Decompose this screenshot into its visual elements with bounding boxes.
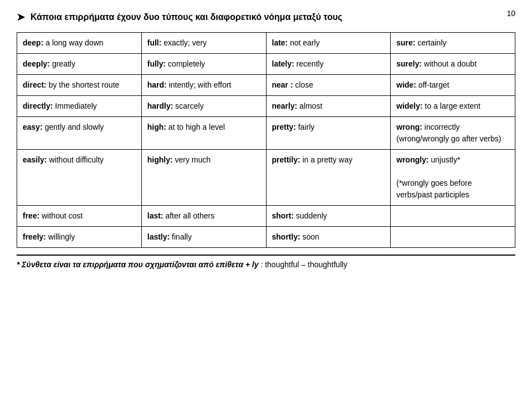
table-cell: hardly: scarcely bbox=[141, 96, 266, 117]
page-number: 10 bbox=[507, 9, 515, 18]
table-row: easy: gently and slowlyhigh: at to high … bbox=[17, 117, 515, 150]
table-cell: pretty: fairly bbox=[266, 117, 391, 150]
footer-note: * Σύνθετα είναι τα επιρρήματα που σχηματ… bbox=[17, 255, 515, 269]
cell-word: highly: bbox=[147, 155, 175, 164]
table-cell: deep: a long way down bbox=[17, 33, 142, 54]
cell-word: deeply: bbox=[23, 59, 52, 68]
cell-word: surely: bbox=[396, 59, 424, 68]
cell-word: directly: bbox=[23, 101, 55, 110]
table-cell: easy: gently and slowly bbox=[17, 117, 142, 150]
cell-word: wide: bbox=[396, 80, 418, 89]
cell-word: wrongly: bbox=[396, 155, 431, 164]
cell-word: direct: bbox=[23, 80, 49, 89]
table-cell: near : close bbox=[266, 75, 391, 96]
table-cell: shortly: soon bbox=[266, 227, 391, 248]
cell-definition: suddenly bbox=[296, 211, 327, 220]
table-cell: late: not early bbox=[266, 33, 391, 54]
cell-definition: recently bbox=[296, 59, 324, 68]
cell-definition: soon bbox=[303, 232, 319, 241]
cell-definition: after all others bbox=[165, 211, 214, 220]
cell-word: last: bbox=[147, 211, 166, 220]
table-cell: direct: by the shortest route bbox=[17, 75, 142, 96]
table-row: direct: by the shortest routehard: inten… bbox=[17, 75, 515, 96]
table-cell: easily: without difficulty bbox=[17, 150, 142, 206]
table-cell: lastly: finally bbox=[141, 227, 266, 248]
table-cell: surely: without a doubt bbox=[391, 54, 515, 75]
cell-definition: without difficulty bbox=[49, 155, 104, 164]
cell-definition: exactly; very bbox=[163, 38, 207, 47]
cell-definition: not early bbox=[290, 38, 320, 47]
cell-definition: without a doubt bbox=[424, 59, 477, 68]
cell-definition: greatly bbox=[52, 59, 75, 68]
cell-word: high: bbox=[147, 123, 168, 131]
cell-definition: off-target bbox=[418, 80, 449, 89]
cell-definition: gently and slowly bbox=[45, 123, 104, 131]
table-row: deeply: greatlyfully: completelylately: … bbox=[17, 54, 515, 75]
table-cell: hard: intently; with effort bbox=[141, 75, 266, 96]
table-cell: fully: completely bbox=[141, 54, 266, 75]
cell-word: near : bbox=[272, 80, 295, 89]
table-row: freely: willinglylastly: finallyshortly:… bbox=[17, 227, 515, 248]
title-text: Κάποια επιρρήματα έχουν δυο τύπους και δ… bbox=[30, 12, 342, 22]
table-cell: short: suddenly bbox=[266, 206, 391, 227]
cell-definition: a long way down bbox=[45, 38, 103, 47]
table-cell: sure: certainly bbox=[391, 33, 515, 54]
table-cell: full: exactly; very bbox=[141, 33, 266, 54]
cell-definition: fairly bbox=[298, 123, 315, 131]
table-cell: highly: very much bbox=[141, 150, 266, 206]
cell-word: nearly: bbox=[272, 101, 300, 110]
table-cell bbox=[391, 227, 515, 248]
table-row: easily: without difficultyhighly: very m… bbox=[17, 150, 515, 206]
cell-definition: certainly bbox=[417, 38, 446, 47]
cell-word: widely: bbox=[396, 101, 424, 110]
cell-word: easy: bbox=[23, 123, 45, 131]
cell-word: full: bbox=[147, 38, 164, 47]
table-cell: last: after all others bbox=[141, 206, 266, 227]
cell-definition: at to high a level bbox=[168, 123, 225, 131]
table-cell: high: at to high a level bbox=[141, 117, 266, 150]
table-cell: prettily: in a pretty way bbox=[266, 150, 391, 206]
table-row: directly: Immediatelyhardly: scarcelynea… bbox=[17, 96, 515, 117]
cell-definition: close bbox=[295, 80, 314, 89]
cell-word: lastly: bbox=[147, 232, 172, 241]
cell-definition: by the shortest route bbox=[49, 80, 120, 89]
cell-definition: completely bbox=[168, 59, 205, 68]
title-arrow: ➤ bbox=[17, 11, 25, 23]
cell-word: lately: bbox=[272, 59, 296, 68]
table-cell: wrong: incorrectly (wrong/wrongly go aft… bbox=[391, 117, 515, 150]
cell-word: deep: bbox=[23, 38, 45, 47]
table-cell: wrongly: unjustly*(*wrongly goes before … bbox=[391, 150, 515, 206]
cell-word: fully: bbox=[147, 59, 168, 68]
table-cell: lately: recently bbox=[266, 54, 391, 75]
table-cell: directly: Immediately bbox=[17, 96, 142, 117]
adverbs-table: deep: a long way downfull: exactly; very… bbox=[17, 32, 515, 248]
cell-word: short: bbox=[272, 211, 296, 220]
cell-word: free: bbox=[23, 211, 42, 220]
footer-bold: * Σύνθετα είναι τα επιρρήματα που σχηματ… bbox=[17, 260, 259, 269]
cell-word: prettily: bbox=[272, 155, 303, 164]
cell-word: wrong: bbox=[396, 123, 424, 131]
table-cell: freely: willingly bbox=[17, 227, 142, 248]
cell-definition: finally bbox=[172, 232, 192, 241]
cell-definition: very much bbox=[175, 155, 211, 164]
table-cell: widely: to a large extent bbox=[391, 96, 515, 117]
cell-definition: almost bbox=[299, 101, 322, 110]
table-row: free: without costlast: after all others… bbox=[17, 206, 515, 227]
cell-word: freely: bbox=[23, 232, 48, 241]
cell-word: easily: bbox=[23, 155, 49, 164]
cell-definition: in a pretty way bbox=[303, 155, 352, 164]
title-section: ➤ Κάποια επιρρήματα έχουν δυο τύπους και… bbox=[17, 11, 515, 23]
cell-word: pretty: bbox=[272, 123, 298, 131]
cell-word: shortly: bbox=[272, 232, 303, 241]
footer-regular: : thoughtful – thoughtfully bbox=[259, 260, 347, 269]
table-cell: deeply: greatly bbox=[17, 54, 142, 75]
cell-word: sure: bbox=[396, 38, 417, 47]
cell-definition: Immediately bbox=[55, 101, 96, 110]
cell-definition: without cost bbox=[42, 211, 83, 220]
table-cell: wide: off-target bbox=[391, 75, 515, 96]
table-cell bbox=[391, 206, 515, 227]
cell-word: late: bbox=[272, 38, 290, 47]
table-cell: free: without cost bbox=[17, 206, 142, 227]
cell-definition: willingly bbox=[48, 232, 75, 241]
cell-definition: intently; with effort bbox=[169, 80, 232, 89]
